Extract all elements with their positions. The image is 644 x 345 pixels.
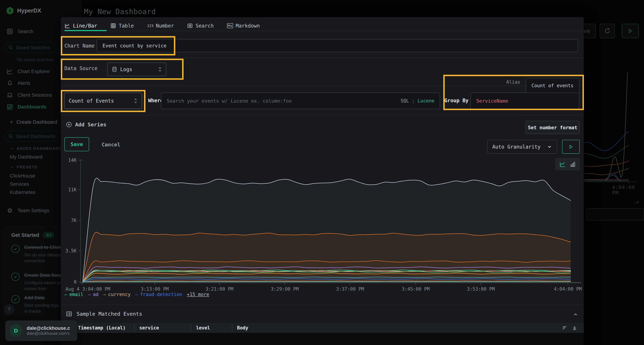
- tab-line-bar[interactable]: Line/Bar: [64, 21, 97, 30]
- legend-item[interactable]: —currency: [103, 292, 130, 297]
- sql-toggle[interactable]: SQL: [400, 98, 409, 103]
- list-icon: [66, 311, 72, 317]
- row-divider: [61, 115, 584, 115]
- row-divider: [63, 305, 582, 305]
- row-divider: [61, 57, 584, 58]
- svg-text:3:13:00 PM: 3:13:00 PM: [141, 286, 169, 292]
- tab-markdown[interactable]: Markdown: [227, 21, 260, 30]
- granularity-select[interactable]: Auto Granularity: [487, 140, 557, 154]
- sample-events-table-body: [61, 333, 584, 345]
- column-body[interactable]: Body: [232, 323, 562, 333]
- database-icon: [112, 67, 117, 72]
- chart-name-input[interactable]: [97, 39, 578, 52]
- chevron-down-icon: [547, 144, 552, 149]
- svg-text:3:37:00 PM: 3:37:00 PM: [336, 286, 364, 292]
- add-series-button[interactable]: Add Series: [66, 122, 106, 128]
- profile-subtitle: dale@clickhouse.com's: [27, 331, 73, 336]
- group-by-input[interactable]: [470, 93, 579, 109]
- profile-email: dale@clickhouse.c: [27, 326, 73, 331]
- column-level[interactable]: level: [192, 323, 232, 333]
- tab-search[interactable]: Search: [187, 21, 214, 30]
- legend-label: fraud-detection: [140, 292, 182, 297]
- chart-legend: —email—ad—currency—fraud-detection+15 mo…: [64, 292, 209, 297]
- sample-events-table-header: Timestamp (Local) service level Body: [61, 323, 584, 333]
- plus-circle-icon: [66, 122, 72, 128]
- profile-chip[interactable]: D dale@clickhouse.c dale@clickhouse.com'…: [5, 321, 77, 341]
- legend-label: currency: [108, 292, 130, 297]
- data-source-select[interactable]: Logs: [107, 62, 166, 76]
- chart-type-tabs: Line/Bar Table 123 Number Search: [64, 21, 260, 30]
- svg-text:3:21:00 PM: 3:21:00 PM: [206, 286, 234, 292]
- svg-text:3:53:00 PM: 3:53:00 PM: [467, 286, 495, 292]
- svg-text:7K: 7K: [71, 218, 77, 223]
- download-icon[interactable]: [572, 325, 577, 331]
- svg-text:3:45:00 PM: 3:45:00 PM: [402, 286, 430, 292]
- line-view-icon[interactable]: [560, 161, 566, 167]
- chart-name-label: Chart Name: [64, 43, 95, 49]
- avatar: D: [10, 324, 22, 337]
- updown-chevron-icon: [134, 98, 138, 103]
- list-doc-icon: [187, 23, 193, 28]
- 123-icon: 123: [147, 23, 154, 28]
- legend-item[interactable]: —ad: [88, 292, 98, 297]
- bar-view-icon[interactable]: [570, 161, 576, 167]
- where-input[interactable]: SQL | Lucene: [161, 93, 440, 109]
- legend-item[interactable]: —fraud-detection: [135, 292, 182, 297]
- tab-table[interactable]: Table: [110, 21, 134, 30]
- markdown-icon: [227, 23, 233, 28]
- svg-text:3.5K: 3.5K: [65, 248, 76, 254]
- legend-more-link[interactable]: +15 more: [187, 292, 209, 297]
- lucene-toggle[interactable]: Lucene: [418, 98, 434, 103]
- sample-events-header[interactable]: Sample Matched Events: [66, 311, 142, 317]
- chart-display-toggle: [555, 158, 580, 171]
- active-tab-underline: [64, 30, 106, 31]
- svg-text:14K: 14K: [68, 157, 76, 163]
- table-icon: [110, 23, 116, 28]
- main-chart-svg[interactable]: 03.5K7K11K14KAug 4 3:04:00 PM3:13:00 PM3…: [64, 157, 582, 297]
- legend-label: email: [70, 292, 83, 297]
- play-icon: [568, 144, 573, 149]
- svg-text:11K: 11K: [68, 187, 76, 192]
- legend-swatch: —: [88, 292, 91, 297]
- legend-swatch: —: [64, 292, 67, 297]
- updown-chevron-icon: [158, 67, 162, 72]
- cancel-button[interactable]: Cancel: [102, 142, 120, 148]
- group-by-label: Group By: [444, 98, 468, 103]
- save-button[interactable]: Save: [64, 137, 89, 151]
- sort-icon[interactable]: [562, 325, 567, 331]
- legend-item[interactable]: —email: [64, 292, 83, 297]
- alias-input[interactable]: [526, 78, 580, 93]
- svg-text:0: 0: [74, 279, 76, 285]
- query-language-toggle[interactable]: SQL | Lucene: [400, 98, 434, 103]
- legend-swatch: —: [135, 292, 138, 297]
- series-divider: [64, 85, 519, 86]
- tab-number[interactable]: 123 Number: [147, 21, 174, 30]
- run-chart-button[interactable]: [562, 140, 580, 154]
- aggregation-select[interactable]: Count of Events: [64, 93, 142, 109]
- set-number-format-button[interactable]: Set number format: [526, 121, 580, 134]
- svg-text:3:29:00 PM: 3:29:00 PM: [271, 286, 299, 292]
- chart-editor-modal: Line/Bar Table 123 Number Search: [61, 17, 584, 345]
- line-chart-icon: [64, 23, 70, 28]
- data-source-label: Data Source: [64, 65, 98, 71]
- svg-text:Aug 4 3:04:00 PM: Aug 4 3:04:00 PM: [66, 286, 110, 292]
- legend-swatch: —: [103, 292, 106, 297]
- app-root: My New Dashboard Save 4:04:00 PM: [0, 0, 644, 345]
- tabs-divider: [61, 31, 584, 31]
- legend-label: ad: [93, 292, 98, 297]
- alias-label: Alias: [506, 79, 520, 85]
- svg-text:4:04:00 PM: 4:04:00 PM: [554, 286, 582, 292]
- collapse-chevron-icon[interactable]: [573, 312, 578, 317]
- column-service[interactable]: service: [135, 323, 191, 333]
